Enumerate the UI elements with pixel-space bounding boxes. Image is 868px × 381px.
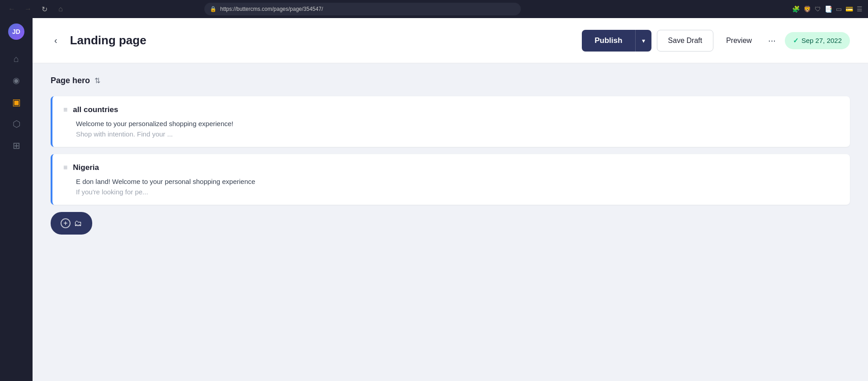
card-nigeria[interactable]: ≡ Nigeria E don land! Welcome to your pe… [51, 154, 850, 205]
lock-icon: 🔒 [210, 6, 217, 12]
section-title: Page hero [51, 76, 90, 85]
card-text-secondary-all-countries: Shop with intention. Find your ... [63, 130, 839, 138]
save-draft-button[interactable]: Save Draft [657, 30, 714, 52]
drag-handle-icon-nigeria[interactable]: ≡ [63, 164, 67, 172]
more-options-button[interactable]: ··· [764, 32, 779, 49]
menu-icon[interactable]: ☰ [857, 5, 863, 13]
publish-dropdown-button[interactable]: ▾ [635, 30, 651, 52]
address-bar[interactable]: 🔒 https://buttercms.com/pages/page/35454… [204, 3, 521, 15]
section-header: Page hero ⇅ [51, 72, 850, 89]
sidebar-toggle-icon[interactable]: ▭ [836, 5, 842, 13]
home-icon: ⌂ [14, 54, 19, 64]
published-badge: ✓ Sep 27, 2022 [785, 32, 850, 49]
main-content: ‹ Landing page Publish ▾ Save Draft Prev… [33, 18, 868, 381]
brave-icon[interactable]: 🦁 [803, 5, 811, 13]
media-icon: ⊞ [13, 140, 20, 151]
page-header: ‹ Landing page Publish ▾ Save Draft Prev… [33, 18, 868, 63]
card-text-primary-nigeria: E don land! Welcome to your personal sho… [63, 178, 839, 185]
components-icon: ⬡ [13, 118, 20, 129]
blog-icon: ◉ [13, 75, 20, 85]
adblock-icon[interactable]: 🛡 [815, 5, 821, 13]
sidebar: JD ⌂ ◉ ▣ ⬡ ⊞ [0, 18, 33, 381]
stack-icon: 🗂 [74, 219, 82, 228]
card-header-nigeria: ≡ Nigeria [63, 163, 839, 172]
reload-nav-button[interactable]: ↻ [38, 3, 51, 15]
pages-icon: ▣ [12, 97, 21, 108]
extensions-icon[interactable]: 🧩 [792, 5, 800, 13]
browser-chrome: ← → ↻ ⌂ 🔒 https://buttercms.com/pages/pa… [0, 0, 868, 18]
preview-button[interactable]: Preview [719, 30, 759, 52]
sidebar-item-components[interactable]: ⬡ [6, 114, 26, 134]
header-actions: Publish ▾ Save Draft Preview ··· ✓ Sep 2… [582, 30, 850, 52]
back-nav-button[interactable]: ← [5, 3, 18, 15]
publish-button-group: Publish ▾ [582, 30, 651, 52]
add-component-button[interactable]: + 🗂 [51, 212, 92, 235]
card-title-nigeria: Nigeria [73, 163, 99, 172]
check-icon: ✓ [793, 37, 799, 45]
card-header-all-countries: ≡ all countries [63, 105, 839, 114]
home-nav-button[interactable]: ⌂ [54, 3, 67, 15]
drag-handle-icon[interactable]: ≡ [63, 106, 67, 114]
card-all-countries[interactable]: ≡ all countries Welcome to your personal… [51, 96, 850, 147]
avatar-initials: JD [12, 28, 20, 35]
publish-button[interactable]: Publish [582, 30, 635, 52]
card-text-primary-all-countries: Welcome to your personalized shopping ex… [63, 120, 839, 127]
avatar[interactable]: JD [8, 24, 24, 40]
back-button[interactable]: ‹ [51, 33, 61, 47]
sidebar-item-home[interactable]: ⌂ [6, 49, 26, 69]
card-text-secondary-nigeria: If you're looking for pe... [63, 188, 839, 196]
forward-nav-button[interactable]: → [22, 3, 34, 15]
section-toggle-icon[interactable]: ⇅ [94, 76, 100, 85]
add-icon: + [61, 218, 71, 228]
bookmark-icon[interactable]: 📑 [825, 5, 832, 13]
sidebar-item-blog[interactable]: ◉ [6, 71, 26, 90]
sidebar-item-pages[interactable]: ▣ [6, 92, 26, 112]
sidebar-item-media[interactable]: ⊞ [6, 136, 26, 155]
page-title: Landing page [70, 33, 573, 47]
app-layout: JD ⌂ ◉ ▣ ⬡ ⊞ ‹ Landing page Publish ▾ [0, 18, 868, 381]
published-date: Sep 27, 2022 [802, 37, 842, 44]
url-text: https://buttercms.com/pages/page/354547/ [220, 6, 515, 12]
wallet-icon[interactable]: 💳 [845, 5, 853, 13]
card-title-all-countries: all countries [73, 105, 118, 114]
browser-icons-right: 🧩 🦁 🛡 📑 ▭ 💳 ☰ [792, 5, 863, 13]
content-section: Page hero ⇅ ≡ all countries Welcome to y… [33, 63, 868, 244]
